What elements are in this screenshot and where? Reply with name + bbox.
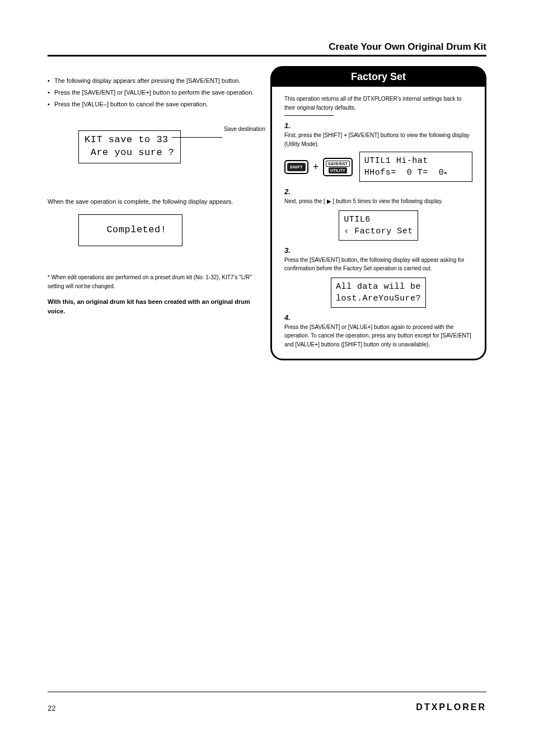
lcd-line: All data will be [336,281,421,293]
bullet-item: •Press the [SAVE/ENT] or [VALUE+] button… [48,88,266,97]
right-column: Factory Set This operation returns all o… [270,66,486,360]
lcd-screen: Completed! [78,214,182,246]
shift-label: SHIFT [287,163,306,171]
bullet-item: •The following display appears after pre… [48,76,266,86]
step-text: First, press the [SHIFT] + [SAVE/ENT] bu… [272,131,485,148]
right-arrow-icon: ▶ [327,197,331,206]
lcd-screen: UTIL1 Hi-hat HHofs= 0 T= 0▸ [359,152,472,182]
factory-set-panel: Factory Set This operation returns all o… [270,66,486,360]
lcd-screen: All data will be lost.AreYouSure? [331,278,426,308]
leader-line [172,137,222,138]
page-header: Create Your Own Original Drum Kit [329,41,486,53]
save-utility-button: SAVE/ENT UTILITY [323,158,352,176]
step-num-text: 2. [284,187,291,196]
step-text: Next, press the [ ▶ ] button 5 times to … [272,197,485,206]
footer-logo: DTXPLORER [416,702,486,712]
step-number: 3. [284,246,472,255]
step-text: Press the [SAVE/ENT] or [VALUE+] button … [272,323,485,349]
left-column: •The following display appears after pre… [48,76,266,322]
lcd-line: Completed! [95,224,166,237]
button-row: SHIFT + SAVE/ENT UTILITY UTIL1 Hi-hat HH… [272,148,485,184]
closing-text: With this, an original drum kit has been… [48,297,266,316]
plus-icon: + [313,161,319,173]
step-number: 1. [284,121,472,130]
lcd-line: UTIL1 Hi-hat [364,155,467,167]
lcd-line: Are you sure ? [85,147,175,159]
save-ent-label: SAVE/ENT [326,161,349,167]
panel-intro: This operation returns all of the DTXPLO… [272,87,485,115]
body-text: When the save operation is complete, the… [48,197,266,206]
step-number: 2. [284,187,472,196]
body-text: Press the [VALUE–] button to cancel the … [54,100,208,109]
lcd-screen: KIT save to 33 Are you sure ? [78,130,181,163]
footer-rule [48,692,486,692]
page-number: 22 [48,704,55,712]
step-text: Press the [SAVE/ENT] button, the followi… [272,256,485,273]
lcd-line: KIT save to 33 [85,134,175,147]
label: Save destination [224,126,265,132]
header-rule [48,55,486,57]
lcd-line: HHofs= 0 T= 0▸ [364,167,467,179]
lcd-line: UTIL6 [344,214,413,226]
body-text: Press the [SAVE/ENT] or [VALUE+] button … [54,88,254,97]
utility-label: UTILITY [329,167,347,173]
shift-button: SHIFT [284,160,308,174]
note-text: * When edit operations are performed on … [48,273,266,290]
lcd-line: lost.AreYouSure? [336,293,421,304]
body-text: The following display appears after pres… [54,76,240,86]
bullet-item: •Press the [VALUE–] button to cancel the… [48,100,266,109]
lcd-line: ‹ Factory Set [344,226,413,237]
step-rule [284,115,334,116]
lcd-screen: UTIL6 ‹ Factory Set [339,210,418,241]
panel-title: Factory Set [271,67,485,87]
step-number: 4. [284,313,472,322]
